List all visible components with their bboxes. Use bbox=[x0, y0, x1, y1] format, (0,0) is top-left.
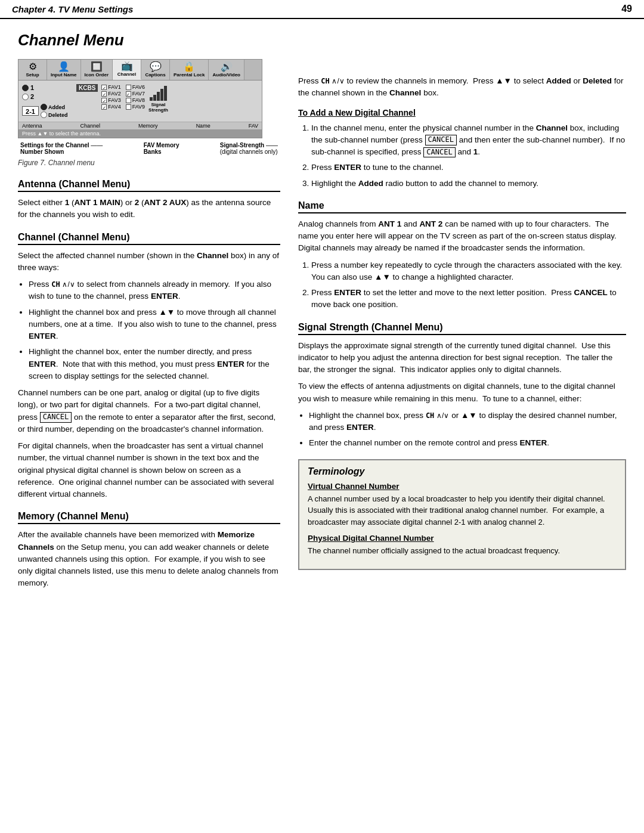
fav2-checkbox[interactable]: ✓ bbox=[101, 91, 107, 97]
terminology-box: Terminology Virtual Channel Number A cha… bbox=[298, 459, 626, 570]
fav3-label: FAV3 bbox=[108, 97, 120, 103]
input-name-icon: 👤 bbox=[58, 62, 70, 72]
added-radio[interactable] bbox=[41, 104, 47, 110]
channel-bullet-1: Press CH ∧/∨ to select from channels alr… bbox=[29, 278, 280, 303]
fav-col-1: ✓ FAV1 ✓ FAV2 ✓ FAV3 bbox=[101, 84, 120, 110]
name-steps: Press a number key repeatedly to cycle t… bbox=[311, 259, 626, 311]
channel-menu-heading: Channel (Channel Menu) bbox=[18, 232, 280, 245]
fav-col-2: FAV6 ✓ FAV7 FAV8 bbox=[126, 84, 145, 110]
channel-input[interactable]: 2-1 bbox=[22, 106, 39, 116]
icon-order-icon: 🔲 bbox=[91, 62, 103, 72]
bar-2 bbox=[153, 95, 156, 101]
tab-icon-order-label: Icon Order bbox=[85, 72, 109, 78]
fav8-label: FAV8 bbox=[132, 97, 145, 103]
fav2-entry: ✓ FAV2 bbox=[101, 91, 120, 97]
fav2-label: FAV2 bbox=[108, 91, 120, 97]
fav9-label: FAV9 bbox=[132, 104, 145, 110]
tv-bottom-labels: Antenna Channel Memory Name FAV bbox=[18, 122, 262, 129]
fav-item: ✓ FAV1 ✓ FAV2 ✓ FAV3 bbox=[101, 84, 145, 110]
fav7-checkbox[interactable]: ✓ bbox=[126, 91, 131, 97]
tv-menu-image: ⚙ Setup 👤 Input Name 🔲 Icon Order 📺 Chan… bbox=[18, 59, 262, 138]
antenna-bottom-label: Antenna bbox=[22, 123, 42, 129]
bar-3 bbox=[157, 92, 160, 101]
fav9-checkbox[interactable] bbox=[126, 104, 131, 110]
tv-left-controls: 1 2 2-1 Added bbox=[22, 84, 73, 118]
terminology-heading: Terminology bbox=[308, 466, 617, 477]
fav6-checkbox[interactable] bbox=[126, 85, 131, 90]
press-notice: Press ▲▼ to select the antenna. bbox=[18, 129, 262, 138]
fav1-entry: ✓ FAV1 bbox=[101, 84, 120, 90]
added-label: Added bbox=[48, 104, 65, 110]
signal-diag-label: Signal-Strength ——(digital channels only… bbox=[220, 142, 278, 155]
add-digital-steps: In the channel menu, enter the physical … bbox=[311, 122, 626, 190]
channel-input-row: 2-1 Added Deleted bbox=[22, 104, 73, 118]
added-deleted-labels: Added Deleted bbox=[41, 104, 68, 118]
fav9-entry: FAV9 bbox=[126, 104, 145, 110]
signal-strength-para1: Displays the approximate signal strength… bbox=[298, 340, 626, 376]
channel-menu-para2: For digital channels, when the broadcast… bbox=[18, 440, 280, 500]
page-body: Channel Menu ⚙ Setup 👤 Input Name 🔲 Icon… bbox=[0, 19, 644, 606]
virtual-channel-term: Virtual Channel Number bbox=[308, 482, 617, 491]
signal-strength-para2: To view the effects of antenna adjustmen… bbox=[298, 380, 626, 405]
name-bottom-label: Name bbox=[196, 123, 210, 129]
tab-parental-lock[interactable]: 🔒 Parental Lock bbox=[170, 60, 209, 80]
bar-5 bbox=[164, 86, 167, 101]
signal-bars bbox=[150, 84, 167, 101]
channel-icon: 📺 bbox=[121, 61, 133, 71]
tab-captions[interactable]: 💬 Captions bbox=[141, 60, 170, 80]
name-heading: Name bbox=[298, 200, 626, 213]
signal-label: SignalStrength bbox=[148, 102, 168, 113]
memory-name-area: KCBS bbox=[76, 84, 98, 118]
name-para1: Analog channels from ANT 1 and ANT 2 can… bbox=[298, 218, 626, 255]
fav7-entry: ✓ FAV7 bbox=[126, 91, 145, 97]
diag-signal: Signal-Strength ——(digital channels only… bbox=[220, 142, 278, 155]
antenna-options: 1 2 bbox=[22, 84, 73, 100]
name-step-1: Press a number key repeatedly to cycle t… bbox=[311, 259, 626, 284]
fav4-checkbox[interactable]: ✓ bbox=[101, 104, 107, 110]
antenna-menu-heading: Antenna (Channel Menu) bbox=[18, 179, 280, 192]
add-digital-step-2: Press ENTER to tune to the channel. bbox=[311, 162, 626, 174]
signal-bullet-2: Enter the channel number on the remote c… bbox=[309, 437, 626, 449]
fav4-entry: ✓ FAV4 bbox=[101, 104, 120, 110]
antenna-2-label: 2 bbox=[30, 93, 34, 100]
channel-menu-intro: Select the affected channel number (show… bbox=[18, 250, 280, 274]
memory-menu-heading: Memory (Channel Menu) bbox=[18, 511, 280, 524]
added-row: Added bbox=[41, 104, 68, 110]
fav-bottom-label: FAV bbox=[249, 123, 258, 129]
left-column: Channel Menu ⚙ Setup 👤 Input Name 🔲 Icon… bbox=[18, 31, 298, 594]
tab-channel-label: Channel bbox=[117, 72, 137, 77]
fav1-checkbox[interactable]: ✓ bbox=[101, 85, 107, 90]
tab-icon-order[interactable]: 🔲 Icon Order bbox=[81, 60, 113, 80]
memory-menu-text: After the available channels have been m… bbox=[18, 529, 280, 589]
antenna-menu-text: Select either 1 (ANT 1 MAIN) or 2 (ANT 2… bbox=[18, 197, 280, 221]
physical-channel-term: Physical Digital Channel Number bbox=[308, 534, 617, 543]
tab-input-name[interactable]: 👤 Input Name bbox=[47, 60, 81, 80]
add-digital-step-1: In the channel menu, enter the physical … bbox=[311, 122, 626, 159]
deleted-radio[interactable] bbox=[41, 112, 47, 118]
antenna-1-label: 1 bbox=[30, 84, 34, 91]
tab-parental-lock-label: Parental Lock bbox=[174, 72, 205, 78]
fav7-label: FAV7 bbox=[132, 91, 145, 97]
channel-menu-bullets: Press CH ∧/∨ to select from channels alr… bbox=[29, 278, 280, 382]
settings-label: Settings for the Channel ——Number Shown bbox=[20, 142, 103, 155]
fav3-checkbox[interactable]: ✓ bbox=[101, 98, 107, 103]
tv-menu-tabs: ⚙ Setup 👤 Input Name 🔲 Icon Order 📺 Chan… bbox=[18, 60, 262, 80]
page-title: Channel Menu bbox=[18, 31, 280, 49]
tab-input-name-label: Input Name bbox=[51, 72, 77, 78]
fav6-label: FAV6 bbox=[132, 84, 145, 90]
tab-channel[interactable]: 📺 Channel bbox=[113, 60, 141, 80]
kcbs-label: KCBS bbox=[76, 84, 98, 92]
antenna-2-radio[interactable] bbox=[22, 94, 29, 100]
antenna-1-radio[interactable] bbox=[22, 85, 29, 91]
fav8-checkbox[interactable] bbox=[126, 98, 131, 103]
tab-setup[interactable]: ⚙ Setup bbox=[18, 60, 47, 80]
tab-audio-video[interactable]: 🔊 Audio/Video bbox=[209, 60, 244, 80]
right-column: Press CH ∧/∨ to review the channels in m… bbox=[298, 31, 626, 594]
chapter-title: Chapter 4. TV Menu Settings bbox=[12, 4, 133, 14]
parental-lock-icon: 🔒 bbox=[183, 62, 195, 72]
audio-video-icon: 🔊 bbox=[221, 62, 233, 72]
antenna-1-row: 1 bbox=[22, 84, 73, 91]
diag-fav-memory: FAV MemoryBanks bbox=[144, 142, 179, 155]
channel-bottom-label: Channel bbox=[80, 123, 101, 129]
right-intro-text: Press CH ∧/∨ to review the channels in m… bbox=[298, 75, 626, 100]
